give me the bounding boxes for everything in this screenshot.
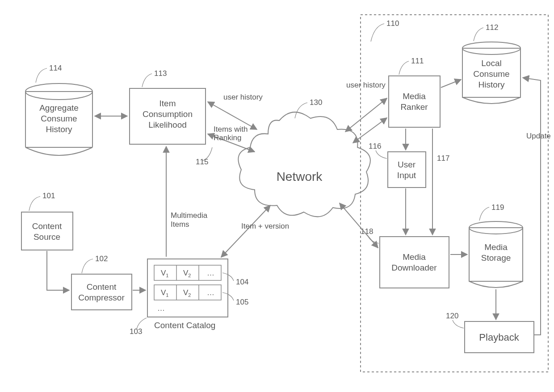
ref-110: 110 <box>386 19 399 28</box>
diagram-canvas: 110 Aggregate Consume History 114 Item C… <box>0 0 554 392</box>
ref-115: 115 <box>196 158 208 166</box>
content-compressor-box: Content Compressor <box>71 274 132 310</box>
user-input-box: User Input <box>388 152 426 188</box>
svg-rect-12 <box>71 274 132 310</box>
item-consumption-likelihood-box: Item Consumption Likelihood <box>130 88 206 144</box>
svg-text:Content Catalog: Content Catalog <box>154 321 215 330</box>
content-catalog-box: Content Catalog V1 V2 … V1 V2 … … <box>147 259 228 330</box>
svg-text:Storage: Storage <box>481 253 511 263</box>
ref-120: 120 <box>446 312 458 320</box>
catalog-row-1: V1 V2 … <box>154 265 221 280</box>
label-items-ranking-1: Items with <box>214 125 248 133</box>
edge-playback-localhist <box>523 78 541 335</box>
ref-104: 104 <box>236 278 248 286</box>
svg-text:Media: Media <box>484 242 508 252</box>
edge-network-ranker-top <box>345 98 387 132</box>
label-multimedia-1: Multimedia <box>171 211 208 220</box>
aggregate-consume-history-db: Aggregate Consume History <box>25 83 92 155</box>
svg-text:…: … <box>207 269 214 277</box>
svg-text:Source: Source <box>34 232 60 242</box>
svg-text:Consume: Consume <box>41 114 77 123</box>
svg-text:V1: V1 <box>161 288 168 298</box>
ref-116: 116 <box>369 142 381 150</box>
svg-rect-42 <box>380 237 449 288</box>
edge-network-downloader <box>340 203 378 248</box>
svg-text:History: History <box>46 125 72 134</box>
svg-text:Local: Local <box>481 58 501 68</box>
ref-102: 102 <box>95 254 108 263</box>
svg-text:Downloader: Downloader <box>391 263 437 272</box>
media-storage-db: Media Storage <box>469 221 523 288</box>
svg-text:Input: Input <box>397 171 416 180</box>
svg-text:…: … <box>207 288 214 297</box>
ref-101: 101 <box>42 192 55 200</box>
svg-text:User: User <box>398 160 416 169</box>
svg-rect-31 <box>389 76 440 127</box>
label-multimedia-2: Items <box>171 220 189 229</box>
ref-105: 105 <box>236 298 248 306</box>
local-consume-history-db: Local Consume History <box>462 42 520 104</box>
ref-103: 103 <box>130 327 142 336</box>
svg-text:Media: Media <box>403 92 426 101</box>
ref-112: 112 <box>486 23 498 32</box>
svg-text:Item: Item <box>159 99 176 108</box>
media-downloader-box: Media Downloader <box>380 237 449 288</box>
edge-source-compressor <box>47 251 69 290</box>
ref-111: 111 <box>411 57 424 65</box>
svg-text:Playback: Playback <box>479 332 519 343</box>
svg-text:Content: Content <box>87 282 117 292</box>
svg-text:Content: Content <box>32 221 62 231</box>
label-update: Update <box>526 132 551 140</box>
label-user-history-left: user history <box>223 93 263 101</box>
media-ranker-box: Media Ranker <box>389 76 440 127</box>
playback-box: Playback <box>465 321 534 353</box>
ref-117: 117 <box>437 154 449 163</box>
ref-119: 119 <box>491 203 504 212</box>
svg-text:V1: V1 <box>161 269 168 278</box>
svg-rect-9 <box>21 212 73 250</box>
svg-text:V2: V2 <box>183 288 191 298</box>
svg-text:V2: V2 <box>183 269 191 278</box>
svg-rect-39 <box>388 152 426 188</box>
svg-text:Compressor: Compressor <box>78 293 125 302</box>
ref-130: 130 <box>310 98 322 107</box>
edge-ranker-localhist <box>441 79 461 88</box>
svg-text:Consumption: Consumption <box>143 109 193 119</box>
svg-text:Likelihood: Likelihood <box>148 120 187 129</box>
svg-text:History: History <box>478 80 505 89</box>
ref-113: 113 <box>154 69 167 78</box>
svg-text:Network: Network <box>277 170 323 183</box>
label-items-ranking-2: Ranking <box>214 133 241 142</box>
ref-114: 114 <box>49 64 62 72</box>
svg-text:…: … <box>157 304 165 313</box>
svg-text:Ranker: Ranker <box>400 102 428 112</box>
svg-text:Aggregate: Aggregate <box>39 103 79 113</box>
label-user-history-right: user history <box>346 81 386 89</box>
catalog-row-2: V1 V2 … <box>154 285 221 300</box>
svg-text:Consume: Consume <box>473 69 509 79</box>
edge-catalog-network <box>221 205 270 257</box>
svg-text:Media: Media <box>403 252 426 262</box>
content-source-box: Content Source <box>21 212 73 250</box>
label-item-version: Item + version <box>241 222 289 230</box>
